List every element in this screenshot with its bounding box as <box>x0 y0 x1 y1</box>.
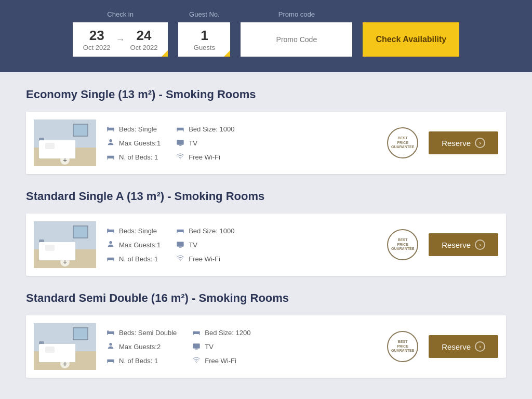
svg-rect-24 <box>107 257 114 260</box>
svg-rect-42 <box>107 362 108 363</box>
tv-standard-a: TV <box>176 240 234 250</box>
bed-icon <box>107 124 115 134</box>
best-price-badge-standard-a: BEST PRICE GUARANTEE <box>387 229 418 260</box>
wifi-semi-double: Free Wi-Fi <box>192 356 250 366</box>
svg-rect-11 <box>177 130 178 131</box>
room-title-economy: Economy Single (13 m²) - Smoking Rooms <box>26 88 506 101</box>
max-guests-text-semi-double: Max Guests:2 <box>119 343 161 351</box>
best-price-badge-economy: BEST PRICE GUARANTEE <box>387 127 418 158</box>
max-guests-standard-a: Max Guests:1 <box>107 240 161 250</box>
room-card-semi-double: + Beds: Semi Double Max Guests:2 <box>26 315 506 378</box>
svg-rect-12 <box>183 130 184 131</box>
svg-rect-41 <box>107 359 114 362</box>
main-content: Economy Single (13 m²) - Smoking Rooms + <box>0 72 532 399</box>
wifi-icon-sd <box>192 356 201 366</box>
bed-size-economy: Bed Size: 1000 <box>176 124 234 134</box>
plus-icon-standard-a[interactable]: + <box>60 257 70 267</box>
tv-icon <box>176 138 184 148</box>
svg-point-40 <box>109 343 112 345</box>
bed-size-semi-double: Bed Size: 1200 <box>192 328 250 338</box>
tv-icon-sd <box>192 342 201 352</box>
num-beds-icon-sa <box>107 254 115 264</box>
room-details-col-right-standard-a: Bed Size: 1000 TV Free Wi-Fi <box>176 226 234 264</box>
room-details-col-right-economy: Bed Size: 1000 TV Free Wi-Fi <box>176 124 234 162</box>
bed-size-icon-sd <box>192 328 201 338</box>
reserve-button-semi-double[interactable]: Reserve › <box>429 335 498 358</box>
svg-rect-4 <box>113 130 114 131</box>
max-guests-text-economy: Max Guests:1 <box>119 139 161 147</box>
person-icon <box>107 138 115 148</box>
svg-rect-45 <box>193 334 194 335</box>
bed-size-icon-sa <box>176 226 184 236</box>
svg-rect-28 <box>177 232 178 233</box>
checkout-month: Oct 2022 <box>130 44 158 51</box>
tv-text-economy: TV <box>189 139 197 147</box>
reserve-button-economy[interactable]: Reserve › <box>429 131 498 154</box>
reserve-label-standard-a: Reserve <box>442 241 471 249</box>
bed-size-standard-a: Bed Size: 1000 <box>176 226 234 236</box>
room-details-economy: Beds: Single Max Guests:1 N. of Beds: 1 <box>107 124 377 162</box>
bed-icon-sa <box>107 226 115 236</box>
svg-rect-22 <box>107 229 109 231</box>
bed-size-text-semi-double: Bed Size: 1200 <box>205 329 250 337</box>
promo-box[interactable] <box>241 22 352 57</box>
num-beds-semi-double: N. of Beds: 1 <box>107 356 177 366</box>
guests-field: Guest No. 1 Guests <box>178 10 230 57</box>
svg-rect-2 <box>111 129 114 130</box>
wifi-text-standard-a: Free Wi-Fi <box>189 255 220 263</box>
tv-semi-double: TV <box>192 342 250 352</box>
max-guests-economy: Max Guests:1 <box>107 138 161 148</box>
svg-rect-25 <box>107 260 108 261</box>
beds-type-standard-a: Beds: Single <box>107 226 161 236</box>
beds-type-semi-double: Beds: Semi Double <box>107 328 177 338</box>
svg-point-16 <box>180 158 181 159</box>
reserve-arrow-icon-economy: › <box>475 138 485 148</box>
svg-rect-38 <box>113 334 114 335</box>
plus-icon-semi-double[interactable]: + <box>60 359 70 368</box>
svg-rect-8 <box>107 158 108 159</box>
promo-input[interactable] <box>251 35 342 44</box>
beds-type-economy: Beds: Single <box>107 124 161 134</box>
promo-field: Promo code <box>241 10 352 57</box>
guests-text: Guests <box>194 44 215 51</box>
svg-rect-10 <box>177 127 184 130</box>
person-icon-sd <box>107 342 115 352</box>
reserve-button-standard-a[interactable]: Reserve › <box>429 233 498 256</box>
room-section-standard-a: Standard Single A (13 m²) - Smoking Room… <box>26 190 506 276</box>
svg-rect-27 <box>177 229 184 232</box>
num-beds-standard-a: N. of Beds: 1 <box>107 254 161 264</box>
max-guests-text-standard-a: Max Guests:1 <box>119 241 161 249</box>
room-image-semi-double: + <box>34 323 96 370</box>
svg-rect-44 <box>193 331 200 334</box>
check-availability-button[interactable]: Check Availability <box>363 22 459 57</box>
checkin-date-box[interactable]: 23 Oct 2022 → 24 Oct 2022 <box>73 22 168 57</box>
plus-icon-economy[interactable]: + <box>60 155 70 165</box>
room-details-col-left-economy: Beds: Single Max Guests:1 N. of Beds: 1 <box>107 124 161 162</box>
svg-rect-26 <box>113 260 114 261</box>
svg-rect-13 <box>177 140 184 144</box>
svg-point-33 <box>180 260 181 261</box>
bed-size-icon <box>176 124 184 134</box>
tv-text-standard-a: TV <box>189 241 197 249</box>
room-details-standard-a: Beds: Single Max Guests:1 N. of Beds: 1 <box>107 226 377 264</box>
reserve-label-economy: Reserve <box>442 139 471 148</box>
room-details-semi-double: Beds: Semi Double Max Guests:2 N. of Bed… <box>107 328 377 366</box>
room-title-semi-double: Standard Semi Double (16 m²) - Smoking R… <box>26 291 506 305</box>
svg-rect-46 <box>200 334 200 335</box>
num-beds-economy: N. of Beds: 1 <box>107 152 161 162</box>
room-details-col-left-standard-a: Beds: Single Max Guests:1 N. of Beds: 1 <box>107 226 161 264</box>
wifi-icon-sa <box>176 254 184 264</box>
reserve-arrow-icon-sa: › <box>475 240 485 250</box>
wifi-text-semi-double: Free Wi-Fi <box>205 357 236 365</box>
svg-point-23 <box>109 241 112 244</box>
room-image-standard-a: + <box>34 221 96 268</box>
num-beds-text-standard-a: N. of Beds: 1 <box>119 255 158 263</box>
bed-size-text-standard-a: Bed Size: 1000 <box>189 227 234 235</box>
reserve-label-semi-double: Reserve <box>442 342 471 351</box>
bed-size-text-economy: Bed Size: 1000 <box>189 125 234 133</box>
best-price-badge-semi-double: BEST PRICE GUARANTEE <box>387 331 418 362</box>
guests-box[interactable]: 1 Guests <box>178 22 230 57</box>
tv-text-semi-double: TV <box>205 343 214 351</box>
wifi-text-economy: Free Wi-Fi <box>189 153 220 161</box>
tv-economy: TV <box>176 138 234 148</box>
